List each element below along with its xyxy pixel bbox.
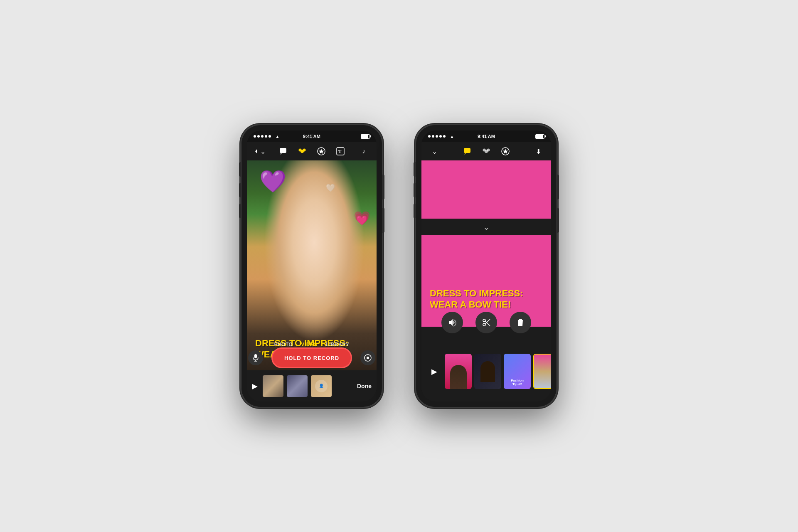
heart-white-sticker: 🤍 <box>326 183 335 192</box>
status-time-1: 9:41 AM <box>303 134 320 139</box>
camera-flip-button[interactable] <box>360 350 375 365</box>
filmstrip-thumb-2[interactable] <box>287 375 308 397</box>
chevron-down-area: ⌄ <box>421 219 551 235</box>
wifi-icon: ▲ <box>275 134 279 139</box>
svg-line-54 <box>485 319 490 324</box>
back-button-2[interactable]: ⌄ <box>428 145 441 158</box>
emoji-cluster-button[interactable] <box>296 145 308 158</box>
svg-point-51 <box>483 319 485 322</box>
svg-point-3 <box>303 149 306 152</box>
svg-point-28 <box>487 149 490 152</box>
signal-dot-1 <box>254 135 256 138</box>
battery-icon-1 <box>361 134 370 139</box>
heart-pink-sticker: 💗 <box>354 210 370 226</box>
status-bar-2: ▲ 9:41 AM <box>421 131 551 142</box>
download-button[interactable]: ⬇ <box>532 145 544 158</box>
signal-dot-2 <box>257 135 260 138</box>
record-button-label: HOLD TO RECORD <box>284 355 339 361</box>
signal-dot-5 <box>268 135 271 138</box>
signal-dot-2-2 <box>432 135 434 138</box>
record-area-1: HOLD TO RECORD <box>247 347 377 368</box>
phone-2: ▲ 9:41 AM ⌄ <box>416 125 557 407</box>
svg-text:T: T <box>338 149 342 154</box>
svg-rect-25 <box>464 148 470 153</box>
toolbar-center-1: T <box>277 145 347 158</box>
svg-marker-30 <box>503 149 508 154</box>
controls-area-2 <box>421 306 551 339</box>
signal-dot-2-5 <box>443 135 446 138</box>
filmstrip-2-thumb-1[interactable] <box>445 354 472 389</box>
viewfinder-content-2: DRESS TO IMPRESS: WEAR A BOW TIE! <box>421 160 551 327</box>
camera-viewfinder-2: DRESS TO IMPRESS: WEAR A BOW TIE! <box>421 160 551 327</box>
scissors-button[interactable] <box>475 312 497 333</box>
svg-marker-5 <box>319 149 324 154</box>
svg-line-53 <box>485 321 490 326</box>
mode-library[interactable]: LIBRARY <box>326 342 349 347</box>
done-button[interactable]: Done <box>357 383 372 389</box>
speech-bubble-button[interactable] <box>277 145 289 158</box>
signal-dot-2-1 <box>428 135 431 138</box>
mode-video[interactable]: VIDEO <box>301 342 318 347</box>
status-time-2: 9:41 AM <box>478 134 495 139</box>
signal-bars: ▲ <box>254 133 279 140</box>
phone-1-screen: ▲ 9:41 AM ⌄ <box>247 131 377 401</box>
toolbar-1: ⌄ <box>247 142 377 160</box>
hold-to-record-button[interactable]: HOLD TO RECORD <box>271 347 352 368</box>
music-button[interactable]: ♪ <box>357 145 370 158</box>
svg-point-24 <box>367 357 369 359</box>
toolbar-2: ⌄ <box>421 142 551 160</box>
chevron-down-icon: ⌄ <box>483 222 490 232</box>
overlay-title-2-line1: DRESS TO IMPRESS: <box>430 288 543 299</box>
signal-dot-3 <box>261 135 264 138</box>
phone-1: ▲ 9:41 AM ⌄ <box>241 125 382 407</box>
svg-point-2 <box>299 149 302 152</box>
back-button-1[interactable]: ⌄ <box>254 145 266 158</box>
signal-dot-2-4 <box>439 135 442 138</box>
filmstrip-2-thumb-2[interactable] <box>474 354 501 389</box>
phone-1-body: ▲ 9:41 AM ⌄ <box>241 125 382 407</box>
svg-point-52 <box>483 323 485 326</box>
volume-button[interactable] <box>441 312 463 333</box>
filmstrip-1: ▶ 👤 Done <box>247 370 377 401</box>
phone-2-screen: ▲ 9:41 AM ⌄ <box>421 131 551 401</box>
signal-dot-2-3 <box>436 135 438 138</box>
mode-photo[interactable]: PHOTO <box>274 342 293 347</box>
svg-rect-20 <box>254 354 257 358</box>
star-button-2[interactable] <box>499 145 512 158</box>
battery-indicator-1 <box>361 134 370 139</box>
trash-button[interactable] <box>510 312 531 333</box>
status-bar-1: ▲ 9:41 AM <box>247 131 377 142</box>
filmstrip-thumb-3[interactable]: 👤 <box>311 375 332 397</box>
signal-dot-4 <box>265 135 267 138</box>
filmstrip-2-thumb-3[interactable]: Fashion Tip #2 <box>504 354 531 389</box>
filmstrip-2: ▶ Fashion Tip #2 <box>421 341 551 401</box>
emoji-cluster-button-2[interactable] <box>480 145 493 158</box>
signal-bars-2: ▲ <box>428 133 454 140</box>
battery-fill-1 <box>361 135 368 138</box>
microphone-button[interactable] <box>248 350 263 365</box>
play-button-1[interactable]: ▶ <box>252 382 258 391</box>
svg-point-27 <box>483 149 486 152</box>
battery-fill-2 <box>536 135 543 138</box>
battery-icon-2 <box>535 134 544 139</box>
fashion-tip-label: Fashion Tip #2 <box>511 379 524 387</box>
phone-2-body: ▲ 9:41 AM ⌄ <box>416 125 557 407</box>
text-box-button[interactable]: T <box>334 145 347 158</box>
toolbar-center-2 <box>461 145 512 158</box>
filmstrip-thumb-1[interactable] <box>263 375 283 397</box>
battery-indicator-2 <box>535 134 544 139</box>
svg-rect-0 <box>280 148 286 153</box>
speech-bubble-button-2[interactable] <box>461 145 473 158</box>
wifi-icon-2: ▲ <box>450 134 454 139</box>
mode-tabs-1: PHOTO VIDEO LIBRARY <box>247 342 377 347</box>
play-button-2[interactable]: ▶ <box>426 354 442 389</box>
heart-purple-sticker: 💜 <box>259 169 286 194</box>
star-button[interactable] <box>315 145 328 158</box>
filmstrip-2-thumb-4-selected[interactable] <box>533 354 551 389</box>
